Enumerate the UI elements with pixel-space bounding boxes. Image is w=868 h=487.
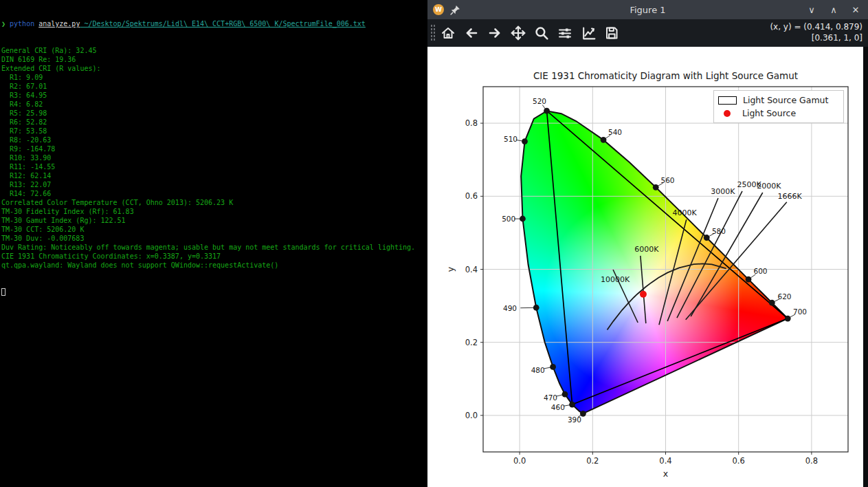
wavelength-label-700: 700 — [793, 307, 807, 316]
home-button[interactable] — [437, 22, 459, 44]
isotherm-label-1666K: 1666K — [777, 192, 802, 201]
isotherm-line-6000K — [641, 256, 646, 323]
terminal-output-line: R5: 25.98 — [1, 109, 427, 118]
subplots-button[interactable] — [554, 22, 576, 44]
xtick-label: 0.2 — [586, 456, 599, 466]
toolbar-drag-handle[interactable] — [430, 24, 436, 42]
x-axis-label: x — [663, 468, 668, 479]
wavelength-marker-540 — [601, 137, 607, 143]
terminal-output-line: R14: 72.66 — [1, 189, 427, 198]
prompt-symbol: ❯ — [1, 20, 10, 28]
terminal-output-line: TM-30 Gamut Index (Rg): 122.51 — [1, 216, 427, 225]
ytick-label: 0.0 — [465, 411, 478, 420]
customize-button[interactable] — [577, 22, 599, 44]
legend-entry-gamut: Light Source Gamut — [718, 94, 839, 107]
terminal-output-line: General CRI (Ra): 32.45 — [1, 46, 427, 55]
ytick-label: 0.8 — [465, 118, 478, 128]
wavelength-label-390: 390 — [568, 415, 581, 424]
red-dot-icon — [724, 110, 731, 117]
minimize-button[interactable]: ∨ — [806, 5, 817, 15]
ytick-label: 0.4 — [465, 265, 478, 274]
wavelength-marker-700 — [785, 316, 791, 322]
wavelength-marker-580 — [704, 235, 710, 241]
isotherm-label-4000K: 4000K — [673, 208, 698, 217]
forward-arrow-icon — [487, 25, 502, 41]
legend-label-gamut: Light Source Gamut — [743, 95, 828, 105]
prompt-path-arg: ~/Desktop/Spektrums/Lidl\ E14\ CCT+RGB\ … — [80, 20, 365, 28]
wavelength-marker-500 — [520, 216, 526, 222]
terminal-output-line: R13: 22.07 — [1, 180, 427, 189]
ytick-label: 0.6 — [465, 191, 478, 201]
sliders-icon — [557, 25, 572, 41]
terminal-output-line: R2: 67.01 — [1, 82, 427, 91]
window-titlebar[interactable]: W Figure 1 ∨ ∧ ✕ — [427, 0, 868, 19]
light-source-gamut-triangle — [547, 111, 788, 404]
wavelength-marker-520 — [544, 108, 550, 114]
matplotlib-window: W Figure 1 ∨ ∧ ✕ — [427, 0, 868, 487]
window-title: Figure 1 — [427, 5, 868, 15]
wavelength-marker-480 — [550, 364, 556, 370]
zoom-button[interactable] — [531, 22, 553, 44]
line-chart-icon — [581, 25, 597, 41]
pin-icon[interactable] — [450, 5, 460, 15]
terminal[interactable]: ❯ python analyze.py ~/Desktop/Spektrums/… — [0, 0, 427, 487]
wavelength-label-540: 540 — [608, 128, 622, 136]
isotherm-label-6000K: 6000K — [634, 245, 659, 254]
gamut-swatch-icon — [718, 96, 737, 105]
wavelength-label-480: 480 — [531, 366, 545, 374]
terminal-prompt-line: ❯ python analyze.py ~/Desktop/Spektrums/… — [1, 19, 427, 28]
terminal-output-line: TM-30 Duv: -0.007683 — [1, 234, 427, 243]
wavelength-label-520: 520 — [533, 97, 546, 105]
terminal-cursor-line — [1, 288, 427, 296]
wavelength-label-560: 560 — [661, 176, 675, 184]
isotherm-line-2000K — [691, 193, 763, 316]
terminal-output-line: Duv Rating: Noticeably off towards magen… — [1, 243, 427, 252]
coords-rgb: [0.361, 1, 0] — [770, 32, 863, 43]
prompt-script-arg: analyze.py — [38, 20, 80, 28]
terminal-output-line: R4: 6.82 — [1, 100, 427, 109]
forward-button[interactable] — [484, 22, 506, 44]
close-button[interactable]: ✕ — [850, 5, 861, 15]
terminal-output-line: CIE 1931 Chromaticity Coordinates: x=0.3… — [1, 252, 427, 261]
wavelength-marker-620 — [769, 300, 775, 306]
save-icon — [604, 25, 619, 41]
isotherm-label-10000K: 10000K — [601, 275, 630, 284]
wavelength-marker-510 — [522, 138, 528, 144]
home-icon — [441, 25, 456, 41]
pan-button[interactable] — [507, 22, 529, 44]
magnifier-icon — [534, 25, 550, 41]
isotherm-label-3000K: 3000K — [711, 187, 735, 196]
terminal-output-line: R3: 64.95 — [1, 91, 427, 100]
xtick-label: 0.6 — [733, 456, 745, 466]
wavelength-marker-600 — [746, 277, 752, 283]
xtick-label: 0.0 — [513, 456, 526, 466]
terminal-output-line: TM-30 Fidelity Index (Rf): 61.83 — [1, 207, 427, 216]
xtick-label: 0.8 — [805, 456, 818, 466]
wavelength-label-600: 600 — [753, 267, 767, 275]
wavelength-label-470: 470 — [544, 393, 557, 402]
pan-icon — [510, 25, 526, 41]
legend-label-source: Light Source — [742, 108, 796, 118]
figure-canvas[interactable]: CIE 1931 Chromaticity Diagram with Light… — [427, 47, 863, 487]
terminal-output-line: R11: -14.55 — [1, 162, 427, 171]
terminal-output-line: R6: 52.82 — [1, 118, 427, 127]
isotherm-label-2000K: 2000K — [757, 182, 781, 191]
terminal-output-line: TM-30 CCT: 5206.20 K — [1, 225, 427, 234]
wavelength-label-580: 580 — [712, 227, 726, 235]
maximize-button[interactable]: ∧ — [828, 5, 839, 15]
spectral-locus-outline — [521, 111, 788, 413]
terminal-output-line: R7: 53.58 — [1, 127, 427, 136]
save-button[interactable] — [601, 22, 623, 44]
wavelength-label-620: 620 — [777, 292, 791, 301]
terminal-output-line: R1: 9.09 — [1, 73, 427, 82]
figure-toolbar: (x, y) = (0.414, 0.879) [0.361, 1, 0] — [427, 19, 868, 47]
back-arrow-icon — [464, 25, 479, 41]
app-icon: W — [433, 4, 444, 15]
terminal-output-line: DIN 6169 Re: 19.36 — [1, 55, 427, 64]
chart-legend: Light Source Gamut Light Source — [713, 90, 844, 123]
y-axis-label: y — [445, 266, 456, 272]
coords-xy: (x, y) = (0.414, 0.879) — [770, 21, 863, 32]
light-source-point — [640, 291, 647, 298]
back-button[interactable] — [460, 22, 482, 44]
terminal-output-line: R9: -164.78 — [1, 144, 427, 153]
